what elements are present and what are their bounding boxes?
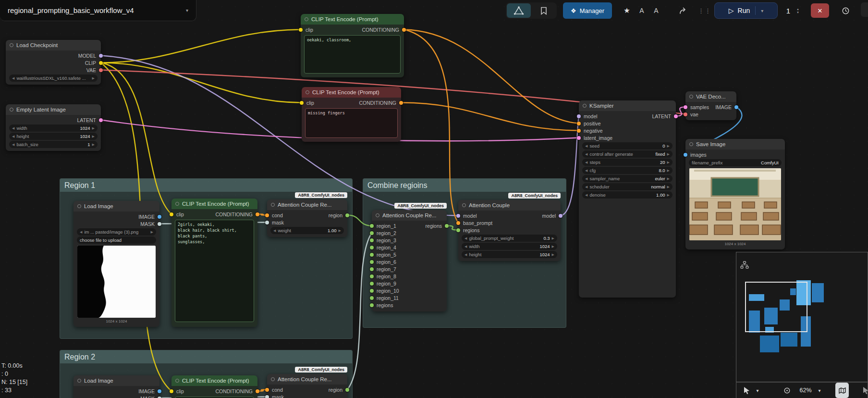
- output-port-LATENT[interactable]: [674, 114, 678, 118]
- arrow-left-icon[interactable]: ◀: [273, 229, 276, 232]
- input-port-negative[interactable]: [577, 129, 581, 133]
- input-port-images[interactable]: [684, 153, 687, 157]
- widget-batch_size[interactable]: ◀batch_size1▶: [9, 141, 98, 148]
- input-port-region_3[interactable]: [370, 238, 374, 242]
- collapse-dot[interactable]: [10, 108, 13, 112]
- collapse-dot[interactable]: [77, 379, 81, 383]
- widget-im-pasted-image-3-png[interactable]: ◀im ... pasted/image (3).png▶: [77, 228, 156, 236]
- chevron-up-icon[interactable]: ▴: [797, 7, 799, 11]
- arrow-left-icon[interactable]: ◀: [585, 177, 587, 180]
- arrow-left-icon[interactable]: ◀: [12, 126, 14, 130]
- output-port-model[interactable]: [559, 214, 562, 218]
- interrupt-button[interactable]: ✕: [811, 3, 829, 18]
- arrow-right-icon[interactable]: ▶: [92, 126, 95, 130]
- comfyui-logo-button[interactable]: [507, 3, 531, 18]
- node-header[interactable]: Load Image: [73, 375, 159, 386]
- input-port-region_10[interactable]: [370, 289, 374, 293]
- run-dropdown-chevron-icon[interactable]: ▾: [761, 8, 763, 13]
- widget-steps[interactable]: ◀steps20▶: [582, 159, 672, 166]
- widget-global_prompt_weight[interactable]: ◀global_prompt_weight0.3▶: [462, 235, 557, 242]
- output-port-CONDITIONING[interactable]: [256, 212, 259, 216]
- grip-handle[interactable]: ⋮⋮: [699, 2, 710, 19]
- arrow-right-icon[interactable]: ▶: [339, 229, 341, 232]
- arrow-left-icon[interactable]: ◀: [12, 135, 14, 138]
- input-port-base_prompt[interactable]: [456, 221, 460, 225]
- arrow-left-icon[interactable]: ◀: [12, 76, 14, 80]
- input-port-regions[interactable]: [456, 228, 460, 232]
- input-port-clip[interactable]: [170, 389, 173, 393]
- widget-width[interactable]: ◀width1024▶: [9, 124, 98, 132]
- node-header[interactable]: Attention Couple: [458, 200, 561, 211]
- star-button[interactable]: ★: [620, 2, 634, 19]
- queue-count-stepper[interactable]: ▴ ▾: [795, 2, 801, 19]
- input-port-cond[interactable]: [265, 388, 269, 392]
- input-port-latent_image[interactable]: [577, 136, 581, 140]
- minimap-panel[interactable]: [736, 252, 868, 382]
- node-header[interactable]: Attention Couple Re...: [267, 374, 347, 385]
- input-port-mask[interactable]: [265, 395, 269, 398]
- arrow-right-icon[interactable]: ▶: [92, 76, 95, 80]
- input-port-model[interactable]: [456, 214, 460, 218]
- arrow-left-icon[interactable]: ◀: [585, 169, 587, 172]
- output-port-region[interactable]: [345, 213, 349, 217]
- collapse-dot[interactable]: [376, 213, 379, 217]
- zoom-control[interactable]: 62%: [796, 383, 815, 398]
- arrow-right-icon[interactable]: ▶: [667, 185, 670, 188]
- node-header[interactable]: Load Image: [73, 201, 159, 211]
- output-port-CLIP[interactable]: [99, 61, 103, 65]
- widget-seed[interactable]: ◀seed0▶: [582, 142, 672, 149]
- arrow-left-icon[interactable]: ◀: [465, 236, 467, 240]
- node-header[interactable]: Attention Couple Re...: [372, 210, 447, 221]
- arrow-right-icon[interactable]: ▶: [151, 230, 153, 234]
- input-port-region_5[interactable]: [370, 253, 374, 257]
- output-port-CONDITIONING[interactable]: [256, 389, 259, 393]
- collapse-dot[interactable]: [305, 17, 308, 21]
- arrow-right-icon[interactable]: ▶: [92, 135, 95, 138]
- minimap-viewport[interactable]: [745, 282, 807, 332]
- node-header[interactable]: CLIP Text Encode (Prompt): [171, 375, 257, 386]
- input-port-positive[interactable]: [577, 122, 581, 125]
- output-port-IMAGE[interactable]: [734, 105, 738, 109]
- arrow-right-icon[interactable]: ▶: [667, 169, 670, 172]
- arrow-left-icon[interactable]: ◀: [465, 245, 467, 248]
- arrow-right-icon[interactable]: ▶: [667, 152, 670, 156]
- widget-waiillustrioussdxl_v160-safete-[interactable]: ◀waiIllustriousSDXL_v160.safete ...▶: [9, 75, 98, 82]
- output-port-LATENT[interactable]: [99, 118, 103, 122]
- arrow-right-icon[interactable]: ▶: [667, 193, 670, 197]
- minimap-toggle-button[interactable]: [835, 383, 849, 398]
- widget-weight[interactable]: ◀weight1.00▶: [270, 227, 344, 234]
- arrow-right-icon[interactable]: ▶: [667, 144, 670, 148]
- node-header[interactable]: CLIP Text Encode (Prompt): [302, 87, 401, 98]
- arrow-right-icon[interactable]: ▶: [92, 143, 95, 146]
- input-port-region_9[interactable]: [370, 282, 374, 286]
- widget-width[interactable]: ◀width1024▶: [462, 243, 557, 250]
- widget-height[interactable]: ◀height1024▶: [9, 133, 98, 140]
- chevron-down-icon[interactable]: ▾: [186, 8, 188, 13]
- input-port-clip[interactable]: [170, 212, 173, 216]
- input-port-model[interactable]: [577, 114, 581, 118]
- history-button[interactable]: [838, 2, 853, 19]
- font-button[interactable]: A: [635, 2, 648, 19]
- arrow-left-icon[interactable]: ◀: [465, 253, 467, 256]
- input-port-region_7[interactable]: [370, 267, 374, 271]
- pointer-tool-button[interactable]: [740, 383, 753, 398]
- arrow-left-icon[interactable]: ◀: [12, 143, 14, 146]
- input-port-region_2[interactable]: [370, 231, 374, 235]
- arrow-right-icon[interactable]: ▶: [667, 177, 670, 180]
- input-port-cond[interactable]: [265, 213, 269, 217]
- widget-filename_prefix[interactable]: filename_prefixComfyUI: [689, 159, 782, 166]
- output-port-IMAGE[interactable]: [158, 389, 161, 393]
- node-header[interactable]: CLIP Text Encode (Prompt): [171, 199, 257, 209]
- chevron-down-icon[interactable]: ▾: [797, 11, 799, 14]
- font-alt-button[interactable]: A: [649, 2, 663, 19]
- output-port-CONDITIONING[interactable]: [399, 101, 403, 105]
- output-port-CONDITIONING[interactable]: [402, 28, 406, 32]
- workflow-tab[interactable]: regional_prompting_basic_workflow_v4 ▾: [0, 0, 196, 21]
- collapse-dot[interactable]: [689, 95, 693, 99]
- collapse-dot[interactable]: [462, 203, 466, 207]
- arrow-right-icon[interactable]: ▶: [552, 236, 554, 240]
- bookmark-button[interactable]: [532, 3, 556, 18]
- collapse-dot[interactable]: [689, 142, 693, 146]
- arrow-right-icon[interactable]: ▶: [552, 245, 554, 248]
- output-port-region[interactable]: [345, 388, 349, 392]
